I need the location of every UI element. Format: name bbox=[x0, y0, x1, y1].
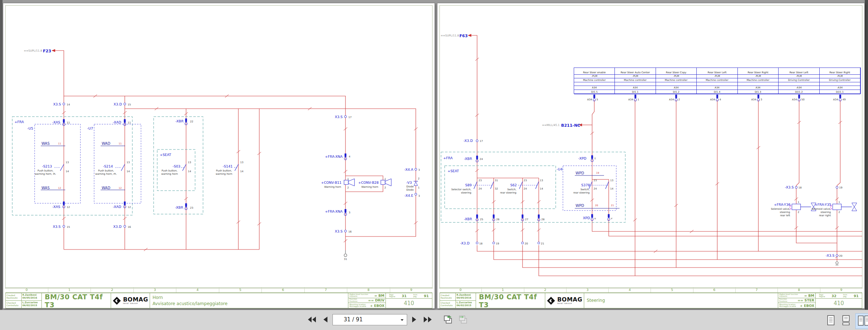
diagram-label: 12 bbox=[119, 187, 122, 190]
column-scale: 0123456789 bbox=[5, 287, 432, 293]
diagram-label: -U7 bbox=[87, 126, 93, 130]
signal-table-cell: Machine controller bbox=[656, 78, 697, 82]
scale-number: 4 bbox=[609, 288, 651, 292]
column-scale: 0123456789 bbox=[440, 287, 862, 293]
last-page-button[interactable] bbox=[422, 314, 434, 325]
diagram-label: 4 bbox=[349, 155, 351, 158]
signal-table-cell: A34 bbox=[697, 86, 737, 90]
single-page-view-button[interactable] bbox=[827, 315, 835, 326]
diagram-label: warning horn, rh. bbox=[95, 173, 117, 175]
signal-table-cell: Rear Steer Right bbox=[820, 68, 860, 75]
signal-table-cell bbox=[779, 82, 819, 86]
diagram-label: A34 bbox=[833, 98, 838, 101]
diagram-label: A34 bbox=[710, 98, 715, 101]
scale-number: 3 bbox=[134, 288, 177, 292]
diagram-label: 2 bbox=[838, 211, 840, 214]
diagram-label: X3.S bbox=[53, 102, 61, 106]
diode-symbol bbox=[414, 181, 418, 186]
diagram-label: 15 bbox=[67, 226, 70, 229]
continuous-view-button[interactable] bbox=[842, 315, 850, 326]
sheet-number: 410 bbox=[816, 299, 862, 308]
diagram-label: -XBR bbox=[464, 217, 472, 221]
ground-symbol bbox=[344, 250, 347, 257]
scale-number: 2 bbox=[524, 288, 567, 292]
diagram-label: X3.D bbox=[114, 102, 122, 106]
diagram-label: 14 bbox=[610, 187, 613, 190]
diagram-label: 27 bbox=[525, 218, 528, 221]
diagram-label: -XPD bbox=[578, 156, 586, 160]
diagram-label: 20 bbox=[595, 204, 598, 207]
diagram-label: 13 bbox=[240, 161, 243, 164]
diagram-labels: ==SUPL/11.8 ~F63-X3.D17==MILL/45.1 ~B211… bbox=[441, 34, 846, 257]
signal-table-cell: Machine controller bbox=[615, 78, 656, 82]
function-code: == DRIV bbox=[368, 298, 384, 302]
enclosure-boxes bbox=[441, 152, 625, 222]
diagram-label: S89 bbox=[465, 183, 472, 187]
diagram-label: 24 bbox=[479, 187, 482, 190]
diagram-label: 4 bbox=[719, 98, 721, 101]
connector-symbols bbox=[476, 95, 842, 257]
next-view-button[interactable] bbox=[457, 313, 469, 326]
diagram-label: WPD bbox=[576, 204, 584, 208]
diagram-label: 24 bbox=[480, 158, 483, 161]
diagram-label: WAD bbox=[102, 186, 110, 190]
dropdown-caret-icon[interactable] bbox=[401, 319, 404, 321]
created-date: 04/05/2016 bbox=[22, 297, 41, 299]
diagram-label: steering bbox=[780, 211, 790, 214]
first-page-icon bbox=[307, 315, 317, 324]
signal-table-cell: Machine controller bbox=[697, 78, 737, 82]
scale-number: 0 bbox=[440, 288, 482, 292]
diagram-label: warning horn, lh. bbox=[35, 173, 56, 175]
previous-page-button[interactable] bbox=[321, 314, 330, 325]
u5-box bbox=[35, 124, 80, 203]
page-number: 31 bbox=[402, 294, 406, 298]
diagram-label: 31 bbox=[344, 258, 347, 261]
signal-table-cell: Rear Steer Left bbox=[697, 68, 737, 75]
diagram-label: 13 bbox=[66, 161, 69, 164]
diagram-label: 13 bbox=[610, 179, 613, 182]
signal-table-cell: Machine controller bbox=[574, 78, 615, 82]
diagram-label: Push button, bbox=[162, 169, 177, 172]
previous-view-button[interactable] bbox=[442, 313, 454, 326]
diagram-label: Solenoid valve, bbox=[771, 208, 790, 210]
diagram-label: -X3.D bbox=[463, 139, 473, 143]
diagram-label: 23 bbox=[479, 179, 482, 182]
two-page-view-button[interactable] bbox=[855, 313, 868, 329]
first-page-button[interactable] bbox=[306, 314, 318, 325]
next-view-icon bbox=[458, 314, 468, 325]
diagram-label: -S141 bbox=[222, 164, 233, 168]
diagram-label: 49 bbox=[842, 98, 846, 101]
diagram-label: 1 bbox=[347, 178, 349, 181]
diagram-label: 12 bbox=[58, 187, 61, 190]
scale-number: 7 bbox=[305, 288, 348, 292]
diagram-label: Diode bbox=[406, 185, 414, 188]
diagram-label: 14 bbox=[66, 170, 69, 173]
signal-table-cell: -PLM bbox=[615, 75, 656, 78]
diagram-label: -X3.S bbox=[825, 253, 834, 257]
reference-arrow-icon bbox=[52, 49, 55, 52]
diagram-label: ==MILL/45.1 ~ bbox=[542, 123, 563, 127]
function-code: == STER bbox=[798, 298, 814, 302]
diagram-label: -S214 bbox=[103, 164, 113, 168]
diagram-label: 3 bbox=[418, 195, 420, 197]
diagram-label: -U5 bbox=[27, 126, 33, 130]
bomag-logo: BOMAGFAYAT GROUP bbox=[545, 293, 584, 308]
single-page-view-icon bbox=[827, 315, 835, 325]
signal-table-cell: -PLM bbox=[697, 75, 737, 78]
scale-number: 1 bbox=[48, 288, 91, 292]
higher-level-function: = BM bbox=[374, 294, 384, 298]
checked-date: 06/02/2015 bbox=[457, 304, 476, 307]
diagram-label: X3.D bbox=[113, 225, 122, 229]
diagram-label: T bbox=[594, 157, 596, 160]
diagram-label: 5 bbox=[596, 98, 598, 101]
diagram-label: +SEAT bbox=[160, 153, 171, 157]
diagram-label: Diodo bbox=[406, 188, 414, 191]
diagram-label: S62 bbox=[510, 183, 517, 187]
diagram-label: u bbox=[594, 217, 596, 220]
page-number-input[interactable]: 31 / 91 bbox=[332, 314, 407, 325]
bomag-logo: BOMAGFAYAT GROUP bbox=[111, 293, 150, 308]
next-page-button[interactable] bbox=[410, 314, 419, 325]
signal-table-cell: DI1.2 bbox=[656, 90, 697, 94]
diagram-label: ==SUPL/11.8 ~ bbox=[441, 34, 462, 37]
page-total: 91 bbox=[424, 294, 429, 298]
